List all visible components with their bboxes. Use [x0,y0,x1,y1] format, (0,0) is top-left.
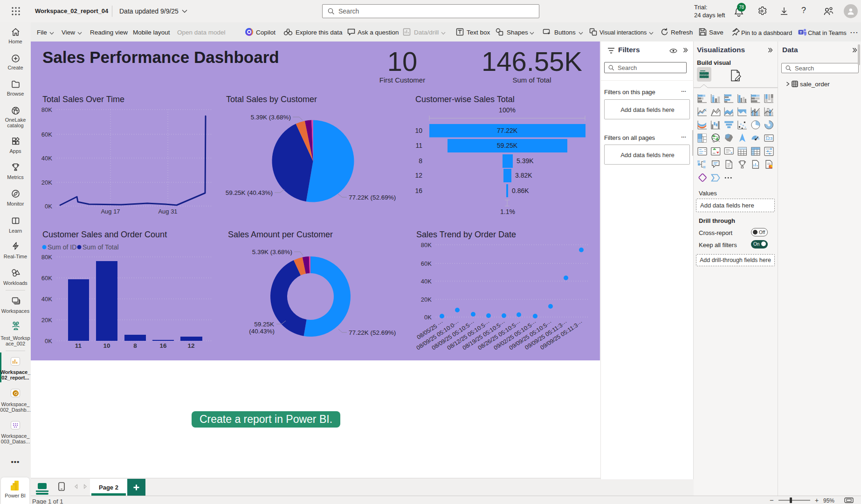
svg-text:59.25K (40.43%): 59.25K (40.43%) [226,189,273,196]
svg-text:5.39K (3.68%): 5.39K (3.68%) [252,249,292,255]
svg-text:1.1%: 1.1% [500,208,515,215]
svg-text:3.82K: 3.82K [515,172,532,179]
svg-text:Aug 17: Aug 17 [101,208,120,215]
svg-text:Customer-wise Sales Total: Customer-wise Sales Total [415,95,515,104]
svg-text:77.22K: 77.22K [497,127,518,134]
svg-text:Total Sales by Customer: Total Sales by Customer [226,95,317,104]
svg-text:Customer Sales and Order Count: Customer Sales and Order Count [42,230,167,239]
svg-text:Sum of ID: Sum of ID [48,243,76,251]
svg-text:0K: 0K [45,203,52,210]
svg-text:60K: 60K [41,275,52,282]
svg-text:20K: 20K [41,317,52,324]
svg-text:8: 8 [419,157,422,165]
svg-text:60K: 60K [41,131,52,138]
svg-text:80K: 80K [41,254,52,261]
svg-text:0K: 0K [424,314,432,321]
svg-text:5.39K (3.68%): 5.39K (3.68%) [251,114,291,121]
svg-text:12: 12 [187,342,194,349]
svg-text:10: 10 [103,342,110,349]
svg-text:77.22K (52.69%): 77.22K (52.69%) [349,194,396,201]
svg-text:11: 11 [415,142,422,149]
svg-text:59.25K: 59.25K [254,321,274,328]
svg-text:First Customer: First Customer [379,76,425,84]
svg-text:Sum of Total: Sum of Total [512,76,551,84]
svg-text:20K: 20K [41,179,52,186]
svg-text:40K: 40K [41,155,52,162]
svg-text:100%: 100% [499,106,516,114]
svg-text:40K: 40K [421,278,432,285]
svg-text:20K: 20K [421,296,432,303]
svg-text:Sum of Total: Sum of Total [83,243,119,251]
svg-text:8: 8 [133,342,137,349]
svg-text:60K: 60K [421,260,432,267]
svg-text:16: 16 [159,342,167,349]
svg-text:40K: 40K [41,296,52,303]
svg-text:0K: 0K [45,338,52,345]
svg-text:T: T [800,30,802,35]
svg-text:5.39K: 5.39K [517,157,534,165]
svg-text:80K: 80K [41,106,52,113]
svg-text:10: 10 [387,46,418,76]
svg-text:Aug 31: Aug 31 [158,208,177,215]
svg-text:16: 16 [415,187,422,194]
svg-text:123: 123 [765,136,772,141]
svg-text:(40.43%): (40.43%) [249,328,275,335]
svg-text:80K: 80K [421,242,432,249]
svg-text:11: 11 [75,342,82,349]
svg-text:10: 10 [415,127,422,134]
svg-text:59.25K: 59.25K [497,142,518,149]
svg-text:Sales Amount per Customer: Sales Amount per Customer [228,230,333,239]
svg-text:Sales Trend by Order Date: Sales Trend by Order Date [416,230,516,239]
svg-text:12: 12 [415,172,422,179]
svg-text:Sales Performance Dashboard: Sales Performance Dashboard [42,48,279,66]
svg-text:77.22K (52.69%): 77.22K (52.69%) [349,329,396,336]
svg-text:Total Sales Over Time: Total Sales Over Time [42,95,124,104]
svg-text:146.55K: 146.55K [482,46,582,76]
svg-text:0.86K: 0.86K [512,187,529,194]
